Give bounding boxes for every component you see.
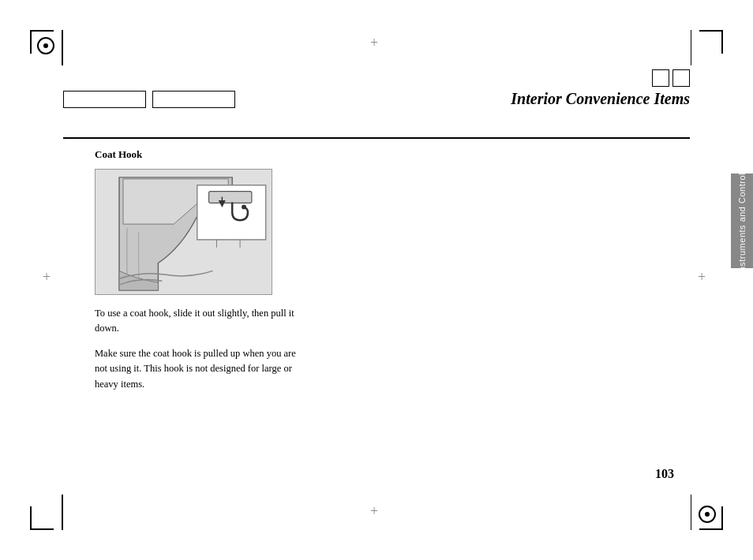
page: Interior Convenience Items Coat Hook <box>0 0 753 560</box>
page-number: 103 <box>655 467 674 481</box>
vline-right <box>691 30 692 65</box>
page-title: Interior Convenience Items <box>511 90 690 108</box>
vline-bl <box>62 495 63 530</box>
crosshair-bottom <box>369 506 384 522</box>
svg-rect-4 <box>209 192 252 203</box>
header-box-1 <box>652 69 669 87</box>
header: Interior Convenience Items <box>63 69 690 108</box>
side-tab-label: Instruments and Controls <box>737 168 747 274</box>
paragraph-1: To use a coat hook, slide it out slightl… <box>95 306 300 337</box>
coat-hook-illustration <box>95 169 272 295</box>
main-content: Coat Hook <box>95 148 300 401</box>
svg-point-5 <box>242 204 246 209</box>
corner-bracket-tr <box>699 30 723 54</box>
reg-circle-tl <box>37 37 54 54</box>
crosshair-mid-left <box>41 272 57 288</box>
section-title: Coat Hook <box>95 148 300 161</box>
side-tab: Instruments and Controls <box>731 174 753 268</box>
header-tab-1 <box>63 91 146 108</box>
reg-circle-br <box>699 506 716 523</box>
corner-bracket-bl <box>30 506 54 530</box>
vline-left <box>62 30 63 65</box>
header-right: Interior Convenience Items <box>511 69 690 108</box>
crosshair-mid-right <box>696 272 712 288</box>
header-rule <box>63 137 690 139</box>
header-tab-2 <box>152 91 235 108</box>
header-tabs <box>63 91 235 108</box>
header-box-2 <box>672 69 690 87</box>
vline-br <box>691 495 692 530</box>
crosshair-top <box>369 38 384 54</box>
header-boxes <box>652 69 690 87</box>
paragraph-2: Make sure the coat hook is pulled up whe… <box>95 346 300 392</box>
